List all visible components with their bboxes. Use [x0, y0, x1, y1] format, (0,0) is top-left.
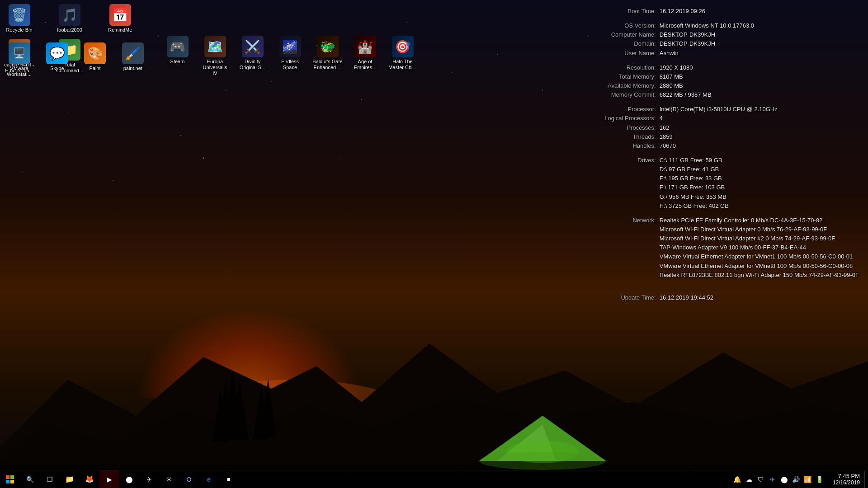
svg-point-13: [506, 441, 579, 463]
icon-remindme[interactable]: 📅 RemindMe: [103, 2, 137, 35]
file-explorer-button[interactable]: 📁: [60, 470, 80, 488]
svg-marker-7: [212, 389, 229, 442]
paint-label: Paint: [89, 66, 100, 71]
browser-button[interactable]: O: [179, 470, 199, 488]
icon-europa[interactable]: 🗺️ Europa Universalis IV: [198, 34, 232, 79]
svg-point-14: [479, 452, 606, 470]
skype-label: Skype: [50, 66, 64, 71]
svg-marker-12: [497, 425, 556, 461]
svg-rect-17: [6, 480, 9, 483]
divinity-icon: ⚔️: [242, 36, 264, 57]
svg-marker-5: [224, 371, 242, 434]
tray-network-icon[interactable]: 🔔: [732, 474, 742, 484]
telegram-button[interactable]: ✈: [139, 470, 159, 488]
tray-volume-icon[interactable]: 🔊: [791, 474, 801, 484]
os-version-label: OS Version:: [588, 21, 656, 30]
icon-steam[interactable]: 🎮 Steam: [160, 34, 194, 79]
tray-wifi-icon[interactable]: 📶: [803, 474, 813, 484]
threads-label: Threads:: [588, 132, 656, 141]
europa-icon: 🗺️: [204, 36, 226, 57]
handles-label: Handles:: [588, 141, 656, 150]
search-button[interactable]: 🔍: [20, 470, 40, 488]
tray-telegram-icon[interactable]: ✈: [768, 474, 778, 484]
domain-label: Domain:: [588, 39, 656, 48]
tray-security-icon[interactable]: 🛡: [756, 474, 766, 484]
svg-marker-11: [479, 416, 606, 461]
clock-date-display: 12/16/2019: [833, 479, 860, 486]
net-7: Realtek RTL8723BE 802.11 bgn Wi-Fi Adapt…: [660, 271, 859, 280]
show-desktop-button[interactable]: [864, 470, 868, 488]
processor-value: Intel(R) Core(TM) i3-5010U CPU @ 2.10GHz: [660, 105, 778, 114]
desktop: 🗑️ Recycle Bin 📚 calibre 64bit - E-book …: [0, 0, 868, 488]
svg-rect-15: [6, 475, 9, 479]
vmware-label: VMware Workstati...: [4, 66, 34, 77]
user-name-value: Ashwin: [660, 49, 679, 58]
game-icons-row: 🎮 Steam 🗺️ Europa Universalis IV ⚔️ Divi…: [160, 34, 420, 79]
icon-paintnet[interactable]: 🖌️ paint.net: [116, 41, 150, 73]
resolution-label: Resolution:: [588, 63, 656, 72]
net-6: VMware Virtual Ethernet Adapter for VMne…: [660, 262, 859, 271]
network-label: Network:: [588, 216, 656, 280]
foobar-icon: 🎵: [59, 4, 80, 26]
mail-button[interactable]: ✉: [159, 470, 179, 488]
tray-battery-icon[interactable]: 🔋: [815, 474, 825, 484]
extra-button[interactable]: ■: [219, 470, 239, 488]
icon-skype[interactable]: 💬 Skype: [40, 41, 74, 73]
tray-extra-icon[interactable]: ⬤: [779, 474, 789, 484]
start-button[interactable]: [0, 470, 20, 488]
svg-marker-9: [260, 379, 276, 437]
processor-label: Processor:: [588, 105, 656, 114]
endless-space-label: Endless Space: [275, 59, 305, 70]
icon-recycle-bin[interactable]: 🗑️ Recycle Bin: [2, 2, 36, 35]
icon-age-of-empires[interactable]: 🏰 Age of Empires...: [348, 34, 382, 79]
desktop-icons-second: 🖥️ VMware Workstati... 💬 Skype 🎨 Paint 🖌…: [2, 41, 151, 79]
threads-value: 1859: [660, 132, 673, 141]
icon-divinity[interactable]: ⚔️ Divinity Original S...: [236, 34, 269, 79]
svg-marker-8: [253, 382, 269, 439]
memory-commit-label: Memory Commit:: [588, 90, 656, 99]
baldur-icon: 🐲: [317, 36, 339, 57]
svg-marker-1: [0, 343, 868, 470]
svg-point-0: [113, 380, 475, 470]
firefox-button[interactable]: 🦊: [80, 470, 99, 488]
memory-commit-value: 6822 MB / 9387 MB: [660, 90, 712, 99]
edge-button[interactable]: e: [199, 470, 219, 488]
drive-c: C:\ 111 GB Free: 59 GB: [660, 156, 729, 165]
icon-paint[interactable]: 🎨 Paint: [78, 41, 112, 73]
net-1: Realtek PCIe FE Family Controller 0 Mb/s…: [660, 216, 859, 225]
icon-vmware[interactable]: 🖥️ VMware Workstati...: [2, 41, 36, 79]
endless-space-icon: 🌌: [279, 36, 301, 57]
icon-halo[interactable]: 🎯 Halo The Master Chi...: [386, 34, 420, 79]
steam-label: Steam: [170, 59, 185, 65]
baldur-label: Baldur's Gate Enhanced ...: [312, 59, 343, 70]
media-player-button[interactable]: ▶: [99, 470, 119, 488]
user-name-label: User Name:: [588, 49, 656, 58]
paintnet-label: paint.net: [123, 66, 142, 71]
recycle-bin-icon: 🗑️: [9, 4, 30, 26]
skype-icon: 💬: [46, 42, 68, 64]
domain-value: DESKTOP-DK39KJH: [660, 39, 715, 48]
drive-h: H:\ 3725 GB Free: 402 GB: [660, 202, 729, 211]
icon-foobar[interactable]: 🎵 foobar2000: [53, 2, 87, 35]
system-clock[interactable]: 7:45 PM 12/16/2019: [828, 470, 864, 488]
horizon-glow: [136, 307, 362, 398]
svg-rect-16: [10, 475, 14, 479]
paintnet-icon: 🖌️: [122, 42, 144, 64]
drive-f: F:\ 171 GB Free: 103 GB: [660, 183, 729, 192]
taskbar: 🔍 ❐ 📁 🦊 ▶ ⬤ ✈ ✉ O e ■ 🔔 ☁ 🛡 ✈ ⬤ 🔊 📶 🔋 7:…: [0, 470, 868, 488]
drive-d: D:\ 97 GB Free: 41 GB: [660, 165, 729, 174]
cortana-button[interactable]: ⬤: [119, 470, 139, 488]
tray-onedrive-icon[interactable]: ☁: [744, 474, 754, 484]
task-view-button[interactable]: ❐: [40, 470, 60, 488]
icon-baldur[interactable]: 🐲 Baldur's Gate Enhanced ...: [311, 34, 344, 79]
recycle-bin-label: Recycle Bin: [6, 27, 32, 33]
halo-label: Halo The Master Chi...: [387, 59, 418, 70]
svg-rect-3: [0, 463, 868, 470]
age-label: Age of Empires...: [350, 59, 380, 70]
svg-marker-2: [0, 398, 868, 470]
net-4: TAP-Windows Adapter V9 100 Mb/s 00-FF-37…: [660, 243, 859, 252]
icon-endless-space[interactable]: 🌌 Endless Space: [273, 34, 307, 79]
update-time-value: 16.12.2019 19:44:52: [660, 293, 713, 302]
svg-marker-6: [231, 377, 249, 441]
resolution-value: 1920 X 1080: [660, 63, 693, 72]
